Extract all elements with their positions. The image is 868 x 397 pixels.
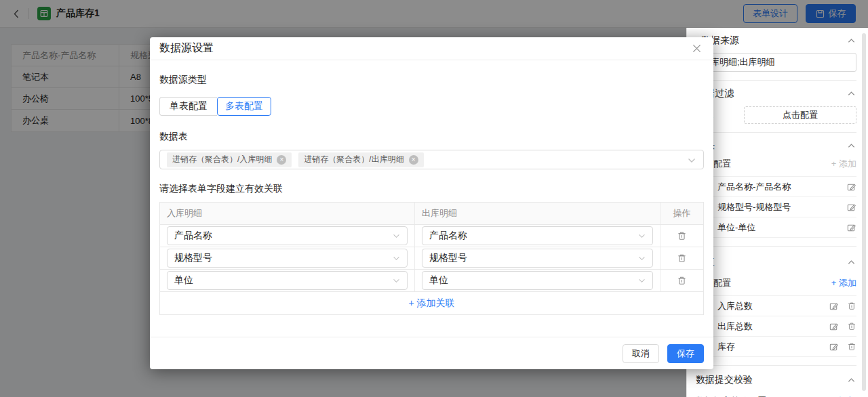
- select-value: 产品名称: [174, 230, 212, 242]
- chevron-down-icon: [638, 278, 646, 283]
- section-data-filter: 数据过滤 过滤 点击配置: [696, 81, 856, 133]
- relation-row: 规格型号 规格型号: [160, 247, 703, 270]
- left-field-select[interactable]: 产品名称: [167, 226, 408, 245]
- datatable-multiselect[interactable]: 进销存（聚合表）/入库明细 × 进销存（聚合表）/出库明细 ×: [159, 150, 704, 169]
- config-sidebar: * 数据来源 入库明细;出库明细 数据过滤 过滤 点击配置 表头 表头配置: [686, 28, 868, 397]
- relation-column-header: 操作: [660, 203, 703, 224]
- header-field-item: 规格型号-规格型号: [696, 197, 856, 217]
- sidebar-scrollbar-thumb[interactable]: [862, 33, 866, 391]
- chevron-down-icon: [393, 278, 400, 283]
- modal-mask: [0, 0, 868, 28]
- modal-save-button[interactable]: 保存: [667, 344, 704, 363]
- source-type-label: 数据源类型: [159, 74, 704, 86]
- edit-icon[interactable]: [829, 321, 839, 331]
- chevron-down-icon: [393, 256, 400, 261]
- source-type-tabs: 单表配置 多表配置: [159, 97, 704, 116]
- edit-icon[interactable]: [846, 202, 856, 212]
- item-label: 规格型号-规格型号: [717, 201, 791, 213]
- item-label: 出库总数: [717, 320, 753, 333]
- datatable-label: 数据表: [159, 131, 704, 143]
- value-field-item: 出库总数: [696, 316, 856, 337]
- delete-icon[interactable]: [847, 321, 856, 331]
- collapse-chevron-icon[interactable]: [846, 376, 856, 384]
- edit-icon[interactable]: [846, 222, 856, 232]
- relation-hint-label: 请选择表单字段建立有效关联: [159, 183, 704, 195]
- delete-relation-icon[interactable]: [677, 253, 687, 264]
- collapse-chevron-icon[interactable]: [846, 89, 856, 98]
- edit-icon[interactable]: [846, 182, 856, 192]
- relation-row: 产品名称 产品名称: [160, 225, 703, 247]
- relation-row: 单位 单位: [160, 270, 703, 292]
- edit-icon[interactable]: [829, 341, 839, 352]
- chevron-down-icon: [638, 256, 646, 261]
- collapse-chevron-icon[interactable]: [846, 37, 856, 45]
- relation-footer-row: + 添加关联: [160, 292, 703, 314]
- select-value: 单位: [174, 274, 193, 287]
- modal-header: 数据源设置: [150, 37, 713, 60]
- add-header-link: + 添加: [831, 158, 856, 170]
- section-data-source: * 数据来源 入库明细;出库明细: [696, 28, 856, 81]
- section-title-submit-validation: 数据提交校验: [696, 374, 753, 386]
- tab-multi-table[interactable]: 多表配置: [217, 97, 271, 116]
- relation-header-row: 入库明细 出库明细 操作: [160, 203, 703, 225]
- select-value: 单位: [429, 274, 448, 287]
- relation-table: 入库明细 出库明细 操作 产品名称 产品名称: [159, 202, 704, 315]
- chevron-down-icon: [393, 234, 400, 238]
- edit-icon[interactable]: [829, 301, 839, 311]
- select-value: 产品名称: [429, 230, 467, 242]
- tag-remove-icon[interactable]: ×: [409, 155, 418, 165]
- data-source-value-field[interactable]: 入库明细;出库明细: [696, 53, 856, 72]
- left-field-select[interactable]: 规格型号: [167, 249, 408, 268]
- select-value: 规格型号: [174, 252, 212, 264]
- left-field-select[interactable]: 单位: [167, 271, 408, 290]
- modal-title: 数据源设置: [159, 41, 214, 56]
- right-field-select[interactable]: 产品名称: [422, 226, 653, 245]
- header-field-item: 产品名称-产品名称: [696, 177, 856, 197]
- close-icon[interactable]: [690, 41, 704, 56]
- selected-table-tag: 进销存（聚合表）/入库明细 ×: [167, 152, 292, 167]
- add-value-link[interactable]: + 添加: [831, 277, 856, 289]
- modal-footer: 取消 保存: [150, 337, 713, 369]
- chevron-down-icon: [638, 234, 646, 238]
- delete-relation-icon[interactable]: [677, 230, 687, 241]
- delete-icon[interactable]: [847, 301, 856, 311]
- header-field-item: 单位-单位: [696, 217, 856, 238]
- tag-remove-icon[interactable]: ×: [277, 155, 286, 165]
- delete-relation-icon[interactable]: [677, 275, 687, 286]
- item-label: 入库总数: [717, 300, 753, 312]
- section-submit-validation: 数据提交校验 数据提交校验配置 + 添加: [696, 366, 856, 397]
- add-relation-link[interactable]: + 添加关联: [408, 297, 454, 310]
- select-value: 规格型号: [429, 252, 467, 264]
- collapse-chevron-icon[interactable]: [846, 258, 856, 266]
- section-values: 数值 数值配置 + 添加 入库总数 出库: [696, 247, 856, 366]
- value-field-item: 库存: [696, 337, 856, 357]
- item-label: 库存: [717, 341, 735, 353]
- relation-column-header: 入库明细: [160, 203, 415, 224]
- tag-label: 进销存（聚合表）/入库明细: [172, 154, 272, 165]
- click-configure-button[interactable]: 点击配置: [744, 106, 856, 124]
- chevron-down-icon: [688, 158, 696, 163]
- collapse-chevron-icon[interactable]: [846, 142, 856, 150]
- tab-single-table[interactable]: 单表配置: [159, 97, 217, 116]
- cancel-button[interactable]: 取消: [623, 344, 659, 363]
- right-field-select[interactable]: 规格型号: [422, 249, 653, 268]
- item-label: 单位-单位: [717, 222, 755, 234]
- item-label: 产品名称-产品名称: [717, 181, 791, 193]
- delete-icon[interactable]: [847, 341, 856, 352]
- data-source-settings-modal: 数据源设置 数据源类型 单表配置 多表配置 数据表 进销存（聚合表）/入库明细 …: [150, 37, 713, 369]
- tag-label: 进销存（聚合表）/出库明细: [304, 154, 403, 165]
- selected-table-tag: 进销存（聚合表）/出库明细 ×: [298, 152, 423, 167]
- relation-column-header: 出库明细: [415, 203, 660, 224]
- section-table-header: 表头 表头配置 + 添加 产品名称-产品名称 规格型号-规格型号: [696, 133, 856, 247]
- value-field-item: 入库总数: [696, 296, 856, 316]
- right-field-select[interactable]: 单位: [422, 271, 653, 290]
